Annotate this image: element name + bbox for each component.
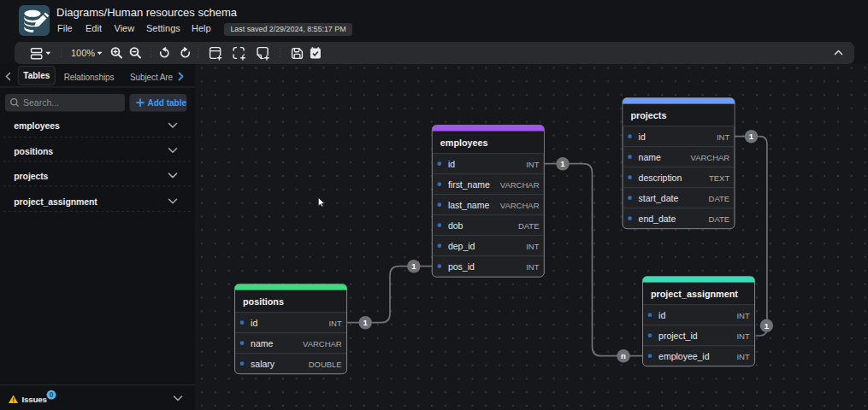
svg-text:salary: salary <box>251 360 275 369</box>
svg-text:id: id <box>251 319 257 328</box>
svg-text:Tables: Tables <box>23 71 50 80</box>
svg-text:first_name: first_name <box>447 180 489 190</box>
svg-text:INT: INT <box>526 261 539 271</box>
svg-text:INT: INT <box>328 318 341 327</box>
svg-text:pos_id: pos_id <box>447 262 474 272</box>
svg-text:projects: projects <box>14 171 48 181</box>
svg-text:DATE: DATE <box>708 193 729 202</box>
svg-text:1: 1 <box>560 159 565 168</box>
svg-text:INT: INT <box>736 351 749 360</box>
svg-text:DATE: DATE <box>517 220 539 230</box>
svg-text:INT: INT <box>526 241 539 250</box>
svg-text:1: 1 <box>363 318 368 327</box>
svg-text:INT: INT <box>716 132 729 141</box>
svg-text:1: 1 <box>748 132 753 141</box>
svg-text:0: 0 <box>50 390 54 399</box>
svg-text:name: name <box>251 339 273 348</box>
svg-text:project_assignment: project_assignment <box>14 196 97 207</box>
svg-text:1: 1 <box>764 321 769 331</box>
svg-text:employees: employees <box>440 138 487 148</box>
svg-text:name: name <box>638 153 660 162</box>
svg-text:VARCHAR: VARCHAR <box>690 152 729 161</box>
svg-text:INT: INT <box>526 159 539 168</box>
svg-text:Relationships: Relationships <box>64 73 115 82</box>
svg-text:id: id <box>447 160 454 169</box>
svg-text:dep_id: dep_id <box>447 242 475 251</box>
svg-text:INT: INT <box>736 310 749 319</box>
svg-text:dob: dob <box>447 221 463 231</box>
svg-text:end_date: end_date <box>638 214 676 224</box>
svg-text:VARCHAR: VARCHAR <box>303 338 342 348</box>
svg-text:employees: employees <box>14 120 60 131</box>
svg-text:TEXT: TEXT <box>708 173 729 182</box>
svg-text:projects: projects <box>630 110 666 120</box>
svg-text:Add table: Add table <box>148 98 187 108</box>
svg-text:last_name: last_name <box>447 201 489 210</box>
svg-text:DOUBLE: DOUBLE <box>308 359 341 368</box>
svg-text:description: description <box>638 173 682 183</box>
svg-text:project_assignment: project_assignment <box>650 289 737 299</box>
svg-text:1: 1 <box>411 261 416 271</box>
svg-text:positions: positions <box>243 296 284 307</box>
svg-text:n: n <box>621 351 626 360</box>
svg-text:project_id: project_id <box>658 331 698 341</box>
svg-text:id: id <box>638 132 645 142</box>
svg-text:employee_id: employee_id <box>658 352 710 361</box>
svg-text:INT: INT <box>736 331 749 340</box>
svg-text:100%: 100% <box>71 47 95 57</box>
svg-text:Subject Are: Subject Are <box>130 73 174 82</box>
svg-text:VARCHAR: VARCHAR <box>499 200 539 209</box>
svg-text:start_date: start_date <box>638 194 678 203</box>
svg-text:DATE: DATE <box>708 214 729 223</box>
svg-text:Search...: Search... <box>23 97 59 108</box>
svg-text:positions: positions <box>14 146 53 156</box>
svg-text:VARCHAR: VARCHAR <box>499 179 539 189</box>
svg-text:Issues: Issues <box>22 395 48 404</box>
svg-text:id: id <box>658 311 665 320</box>
